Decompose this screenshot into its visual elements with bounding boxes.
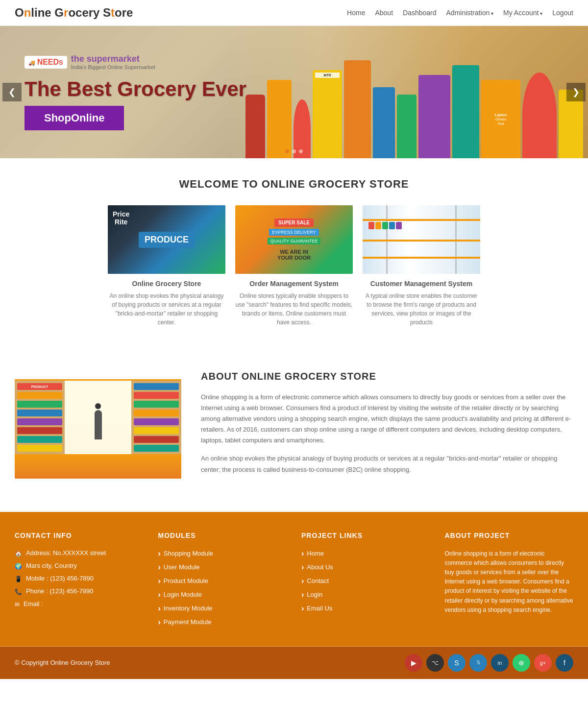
- facebook-icon[interactable]: f: [556, 654, 573, 672]
- nav-home[interactable]: Home: [347, 9, 365, 17]
- link-login: Login: [301, 590, 430, 599]
- module-user-link[interactable]: User Module: [164, 563, 200, 571]
- footer-contact-address: 🏠 Address: No.XXXXXX street: [15, 549, 144, 557]
- feature-card-order-title: Order Management System: [235, 280, 353, 288]
- link-contact-link[interactable]: Contact: [307, 577, 329, 584]
- main-nav: Home About Dashboard Administration My A…: [347, 9, 573, 17]
- supermarket-brand: the supermarket India's Biggest Online S…: [71, 54, 155, 70]
- carousel-dot-2[interactable]: [292, 149, 296, 153]
- feature-card-customer-title: Customer Management System: [363, 280, 480, 288]
- city-icon: 🌍: [15, 563, 22, 570]
- footer-contact-mobile: 📱 Mobile : (123) 456-7890: [15, 575, 144, 582]
- twitter-icon[interactable]: 𝕏: [469, 654, 487, 672]
- nav-my-account-label[interactable]: My Account: [503, 9, 542, 17]
- hero-content: 🚚 NEEDS the supermarket India's Biggest …: [0, 39, 271, 145]
- footer-about-title: ABOUT PROJECT: [445, 532, 574, 539]
- about-text-content: ABOUT ONLINE GROCERY STORE Online shoppi…: [201, 371, 573, 483]
- gplus-icon[interactable]: g+: [534, 654, 552, 672]
- feature-card-grocery-title: Online Grocery Store: [108, 280, 225, 288]
- hero-headline: The Best Grocery Ever: [24, 77, 246, 101]
- nav-dashboard[interactable]: Dashboard: [403, 9, 437, 17]
- footer-modules-title: MODULES: [158, 532, 287, 539]
- header: Online Grocery Store Home About Dashboar…: [0, 0, 588, 26]
- hero-banner: ❮ 🚚 NEEDS the supermarket India's Bigges…: [0, 26, 588, 158]
- module-user: User Module: [158, 563, 287, 572]
- skype-icon[interactable]: S: [448, 654, 466, 672]
- about-section: PRODUCT: [0, 356, 588, 497]
- footer-grid: CONTACT INFO 🏠 Address: No.XXXXXX street…: [15, 532, 573, 631]
- link-email-us-link[interactable]: Email Us: [307, 605, 332, 612]
- footer: CONTACT INFO 🏠 Address: No.XXXXXX street…: [0, 512, 588, 679]
- footer-about-text: Online shopping is a form of electronic …: [445, 549, 574, 615]
- module-payment: Payment Module: [158, 618, 287, 627]
- module-inventory-link[interactable]: Inventory Module: [164, 605, 213, 612]
- link-login-link[interactable]: Login: [307, 591, 322, 598]
- link-home-link[interactable]: Home: [307, 550, 324, 557]
- footer-contact-phone: 📞 Phone : (123) 456-7890: [15, 587, 144, 595]
- module-payment-link[interactable]: Payment Module: [164, 618, 212, 626]
- about-store-visual: PRODUCT: [15, 371, 181, 479]
- nav-administration[interactable]: Administration: [446, 9, 493, 17]
- site-logo[interactable]: Online Grocery Store: [15, 6, 133, 20]
- about-title: ABOUT ONLINE GROCERY STORE: [201, 371, 573, 382]
- carousel-dot-3[interactable]: [299, 149, 303, 153]
- web-icon[interactable]: ⊕: [513, 654, 530, 672]
- footer-contact-list: 🏠 Address: No.XXXXXX street 🌍 Mars city,…: [15, 549, 144, 608]
- linkedin-icon[interactable]: in: [491, 654, 509, 672]
- feature-card-grocery-image: PriceRite PRODUCE: [108, 205, 225, 274]
- about-store-image: PRODUCT: [15, 371, 181, 479]
- phone-icon: 📞: [15, 588, 22, 595]
- welcome-section: WELCOME TO ONLINE GROCERY STORE PriceRit…: [0, 158, 588, 356]
- footer-links-col: PROJECT LINKS Home About Us Contact Logi…: [301, 532, 430, 631]
- feature-card-order-image: SUPER SALE EXPRESS DELIVERY QUALITY GUAR…: [235, 205, 353, 274]
- link-about-us: About Us: [301, 563, 430, 572]
- nav-my-account[interactable]: My Account: [503, 9, 542, 17]
- module-inventory: Inventory Module: [158, 604, 287, 613]
- feature-card-customer: Customer Management System A typical onl…: [363, 205, 480, 327]
- link-home: Home: [301, 549, 430, 558]
- module-shopping-link[interactable]: Shopping Module: [164, 550, 213, 557]
- shop-online-button[interactable]: ShopOnline: [24, 106, 124, 130]
- carousel-dots: [285, 149, 303, 153]
- address-icon: 🏠: [15, 550, 22, 557]
- supermarket-name: the supermarket: [71, 54, 155, 64]
- feature-card-grocery-desc: An online shop evokes the physical analo…: [108, 291, 225, 327]
- needs-logo: 🚚 NEEDS: [24, 56, 67, 69]
- footer-contact-col: CONTACT INFO 🏠 Address: No.XXXXXX street…: [15, 532, 144, 631]
- mobile-icon: 📱: [15, 576, 22, 582]
- email-icon: ✉: [15, 601, 20, 608]
- social-icons-container: ▶ ⌥ S 𝕏 in ⊕ g+ f: [405, 654, 573, 672]
- module-login: Login Module: [158, 590, 287, 599]
- carousel-dot-1[interactable]: [285, 149, 289, 153]
- link-about-us-link[interactable]: About Us: [307, 563, 333, 571]
- youtube-icon[interactable]: ▶: [405, 654, 422, 672]
- feature-card-grocery: PriceRite PRODUCE Online Grocery Store A…: [108, 205, 225, 327]
- nav-logout[interactable]: Logout: [552, 9, 573, 17]
- feature-card-order: SUPER SALE EXPRESS DELIVERY QUALITY GUAR…: [235, 205, 353, 327]
- welcome-title: WELCOME TO ONLINE GROCERY STORE: [15, 178, 573, 191]
- carousel-next-button[interactable]: ❯: [566, 83, 586, 101]
- feature-card-customer-image: [363, 205, 480, 274]
- footer-contact-email: ✉ Email :: [15, 600, 144, 608]
- supermarket-tagline: India's Biggest Online Supermarket: [71, 64, 155, 70]
- github-icon[interactable]: ⌥: [426, 654, 444, 672]
- module-product-link[interactable]: Product Module: [164, 577, 208, 584]
- footer-contact-city: 🌍 Mars city, Country: [15, 562, 144, 570]
- footer-copyright: © Copyright Online Grocery Store: [15, 659, 110, 666]
- about-paragraph-1: Online shopping is a form of electronic …: [201, 392, 573, 446]
- footer-bottom: © Copyright Online Grocery Store ▶ ⌥ S 𝕏…: [0, 647, 588, 679]
- footer-links-title: PROJECT LINKS: [301, 532, 430, 539]
- carousel-prev-button[interactable]: ❮: [2, 83, 22, 101]
- nav-administration-label[interactable]: Administration: [446, 9, 493, 17]
- footer-modules-col: MODULES Shopping Module User Module Prod…: [158, 532, 287, 631]
- link-email-us: Email Us: [301, 604, 430, 613]
- about-paragraph-2: An online shop evokes the physical analo…: [201, 453, 573, 475]
- module-product: Product Module: [158, 577, 287, 585]
- needs-text: NEEDS: [37, 58, 63, 66]
- module-login-link[interactable]: Login Module: [164, 591, 202, 598]
- nav-about[interactable]: About: [375, 9, 393, 17]
- feature-card-customer-desc: A typical online store enables the custo…: [363, 291, 480, 327]
- footer-about-col: ABOUT PROJECT Online shopping is a form …: [445, 532, 574, 631]
- link-contact: Contact: [301, 577, 430, 585]
- footer-contact-title: CONTACT INFO: [15, 532, 144, 539]
